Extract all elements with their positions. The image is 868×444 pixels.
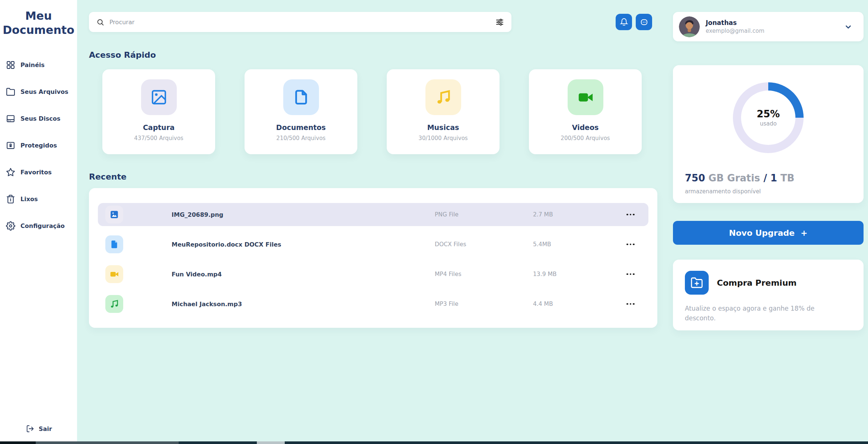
ellipsis-icon[interactable] [620, 244, 641, 245]
file-size: 13.9 MB [533, 271, 620, 278]
drive-icon [6, 114, 15, 123]
avatar [679, 16, 700, 37]
file-name: Michael Jackson.mp3 [172, 301, 435, 308]
storage-divider: / [763, 172, 767, 184]
main-area: Acesso Rápido Captura 437/500 Arquivos D… [77, 0, 868, 444]
trash-icon [6, 194, 15, 204]
storage-donut-center: 25% usado [741, 91, 795, 145]
new-upgrade-button[interactable]: Novo Upgrade + [673, 221, 864, 245]
card-count: 437/500 Arquivos [134, 135, 183, 142]
folder-plus-icon [685, 271, 709, 295]
document-file-icon [105, 235, 123, 253]
horizontal-scrollbar[interactable] [0, 441, 868, 444]
filter-sliders-icon[interactable] [495, 18, 504, 26]
file-type: MP3 File [435, 301, 533, 307]
sidebar-item-lixos[interactable]: Lixos [0, 190, 77, 207]
storage-card: 25% usado 750 GB Gratis / 1 TB armazenam… [673, 65, 864, 203]
card-label: Captura [143, 123, 175, 131]
user-email: exemplo@gmail.com [706, 28, 838, 34]
bell-icon [620, 18, 628, 26]
sidebar-item-label: Configuração [20, 222, 65, 229]
quick-access-title: Acesso Rápido [89, 50, 657, 60]
notifications-button[interactable] [616, 14, 632, 30]
file-row[interactable]: Fun Video.mp4 MP4 Files 13.9 MB [98, 263, 648, 286]
document-icon [283, 79, 319, 115]
search-input[interactable] [109, 19, 490, 26]
sidebar-item-protegidos[interactable]: Protegidos [0, 137, 77, 154]
video-file-icon [105, 265, 123, 283]
quick-access-cards: Captura 437/500 Arquivos Documentos 210/… [89, 69, 657, 154]
logout-button[interactable]: Sair [0, 425, 77, 433]
protected-folder-icon [6, 141, 15, 150]
quick-access-card-captura[interactable]: Captura 437/500 Arquivos [102, 69, 215, 154]
storage-total-unit: TB [781, 172, 795, 184]
storage-free-amount: 750 [685, 172, 705, 184]
sidebar-item-label: Lixos [20, 196, 38, 203]
chat-bot-button[interactable] [636, 14, 652, 30]
file-row[interactable]: IMG_20689.png PNG File 2.7 MB [98, 203, 648, 226]
sidebar-item-favoritos[interactable]: Favoritos [0, 164, 77, 181]
user-name: Jonathas [706, 19, 838, 26]
file-name: IMG_20689.png [172, 211, 435, 218]
card-count: 200/500 Arquivos [561, 135, 610, 142]
card-label: Musicas [427, 123, 459, 131]
file-row[interactable]: Michael Jackson.mp3 MP3 File 4.4 MB [98, 292, 648, 315]
storage-donut: 25% usado [733, 82, 804, 153]
user-info: Jonathas exemplo@gmail.com [706, 19, 838, 34]
logout-label: Sair [39, 425, 52, 432]
upgrade-label: Novo Upgrade [729, 228, 795, 238]
grid-icon [6, 60, 15, 70]
top-bar [89, 12, 657, 32]
premium-header: Compra Premium [685, 271, 852, 295]
right-panel: Jonathas exemplo@gmail.com 25% usado 750… [673, 12, 864, 444]
ellipsis-icon[interactable] [620, 273, 641, 275]
sidebar-item-label: Seus Arquivos [20, 88, 68, 95]
card-label: Documentos [276, 123, 326, 131]
user-profile-card[interactable]: Jonathas exemplo@gmail.com [673, 12, 864, 41]
app-title: Meu Documento [0, 9, 77, 37]
file-row[interactable]: MeuRepositorio.docx DOCX Files DOCX File… [98, 233, 648, 256]
sidebar-item-label: Protegidos [20, 142, 57, 149]
search-icon [96, 18, 104, 26]
sidebar-item-paineis[interactable]: Painéis [0, 56, 77, 73]
premium-description: Atualize o espaço agora e ganhe 18% de d… [685, 304, 845, 323]
image-file-icon [105, 206, 123, 223]
sidebar-item-label: Favoritos [20, 169, 52, 176]
premium-title: Compra Premium [717, 278, 797, 288]
chat-bot-icon [640, 18, 648, 26]
scrollbar-thumb[interactable] [257, 441, 285, 444]
quick-access-card-musicas[interactable]: Musicas 30/1000 Arquivos [387, 69, 500, 154]
music-file-icon [105, 295, 123, 313]
chevron-down-icon[interactable] [844, 23, 852, 31]
ellipsis-icon[interactable] [620, 214, 641, 216]
storage-summary: 750 GB Gratis / 1 TB [685, 172, 794, 184]
ellipsis-icon[interactable] [620, 303, 641, 305]
sidebar-item-configuracao[interactable]: Configuração [0, 217, 77, 234]
sidebar-item-seus-arquivos[interactable]: Seus Arquivos [0, 83, 77, 100]
logout-icon [26, 425, 34, 433]
scrollbar-segment [0, 441, 36, 444]
card-count: 210/500 Arquivos [276, 135, 325, 142]
file-size: 2.7 MB [533, 211, 620, 218]
storage-caption: armazenamento disponível [685, 188, 761, 195]
folder-icon [6, 87, 15, 96]
video-icon [568, 79, 603, 115]
gear-icon [6, 221, 15, 231]
quick-access-card-documentos[interactable]: Documentos 210/500 Arquivos [245, 69, 357, 154]
music-icon [425, 79, 461, 115]
storage-free-label: GB Gratis [708, 172, 760, 184]
sidebar-item-seus-discos[interactable]: Seus Discos [0, 110, 77, 127]
recent-title: Recente [89, 172, 657, 181]
storage-total-amount: 1 [770, 172, 777, 184]
premium-card[interactable]: Compra Premium Atualize o espaço agora e… [673, 260, 864, 330]
file-type: PNG File [435, 211, 533, 218]
sidebar-item-label: Seus Discos [20, 115, 60, 122]
file-name: MeuRepositorio.docx DOCX Files [172, 241, 435, 248]
scrollbar-segment [36, 441, 179, 444]
star-icon [6, 168, 15, 177]
quick-access-card-videos[interactable]: Videos 200/500 Arquivos [529, 69, 642, 154]
card-label: Videos [572, 123, 599, 131]
storage-percent: 25% [757, 108, 780, 120]
recent-file-list: IMG_20689.png PNG File 2.7 MB MeuReposit… [89, 188, 657, 328]
file-type: MP4 Files [435, 271, 533, 278]
